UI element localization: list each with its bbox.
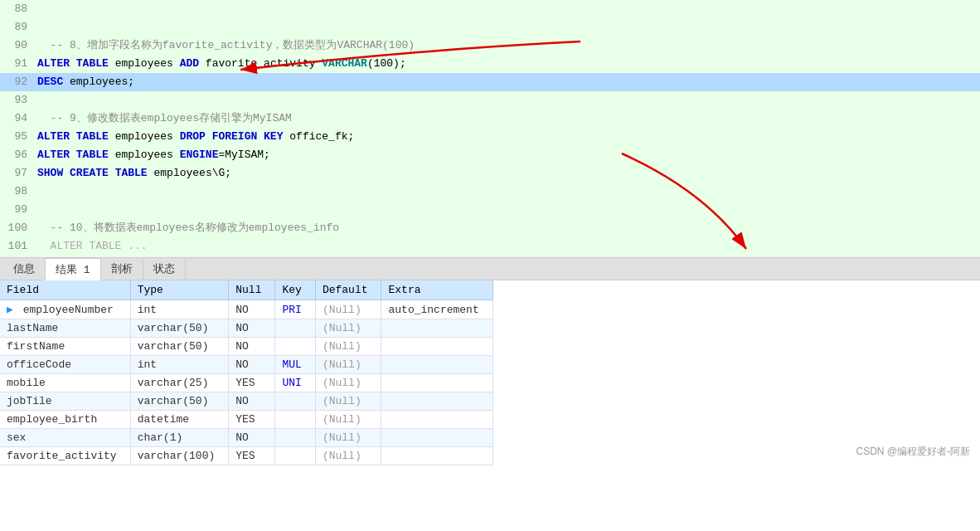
table-cell: officeCode [0,356,130,374]
table-row[interactable]: firstNamevarchar(50)NO(Null) [0,338,492,356]
table-cell: mobile [0,374,130,392]
code-line: 95ALTER TABLE employees DROP FOREIGN KEY… [0,128,980,146]
line-content: DESC employees; [37,74,980,90]
line-content: ALTER TABLE employees ENGINE=MyISAM; [37,147,980,163]
table-cell [381,411,492,429]
watermark: CSDN @编程爱好者-阿新 [856,445,970,459]
table-row[interactable]: ▶ employeeNumberintNOPRI(Null)auto_incre… [0,300,492,319]
table-cell [275,392,315,411]
code-line: 92DESC employees; [0,73,980,91]
code-token: DESC [37,76,63,88]
table-cell: varchar(25) [130,374,229,392]
code-token: =MyISAM; [218,149,269,161]
line-number: 89 [0,19,37,36]
code-line: 94 -- 9、修改数据表employees存储引擎为MyISAM [0,110,980,128]
code-token: ALTER TABLE [37,57,109,70]
line-number: 100 [0,220,37,236]
table-cell [275,447,315,465]
code-token [109,167,115,179]
code-line: 89 [0,18,980,37]
app-container: 888990 -- 8、增加字段名称为favorite_activity，数据类… [0,0,980,531]
line-number: 92 [0,74,37,90]
table-cell: lastName [0,319,130,338]
table-cell: (Null) [315,338,381,356]
table-cell: MUL [275,356,315,374]
table-cell: int [130,300,229,319]
table-cell: datetime [130,411,229,429]
table-cell: NO [229,319,275,338]
table-cell: employee_birth [0,411,130,429]
line-number: 90 [0,37,37,54]
code-token: ALTER TABLE [37,149,109,161]
table-cell [275,338,315,356]
table-row[interactable]: mobilevarchar(25)YESUNI(Null) [0,374,492,392]
table-row[interactable]: employee_birthdatetimeYES(Null) [0,411,492,429]
table-cell: favorite_activity [0,447,130,465]
table-cell: YES [229,411,275,429]
table-cell: ▶ employeeNumber [0,300,130,319]
code-line: 97SHOW CREATE TABLE employees\G; [0,164,980,183]
table-row[interactable]: lastNamevarchar(50)NO(Null) [0,319,492,338]
table-cell: sex [0,429,130,447]
line-number: 96 [0,147,37,163]
code-token: ADD [180,57,199,70]
table-row[interactable]: sexchar(1)NO(Null) [0,429,492,447]
code-token: (100); [367,57,406,70]
line-content: -- 10、将数据表employees名称修改为employees_info [37,220,980,236]
line-content: ALTER TABLE employees DROP FOREIGN KEY o… [37,129,980,145]
table-cell: varchar(100) [130,447,229,465]
table-cell: (Null) [315,392,381,411]
table-cell: NO [229,300,275,319]
table-cell: varchar(50) [130,338,229,356]
line-number: 94 [0,110,37,127]
code-token: SHOW [37,167,63,179]
line-number: 88 [0,1,37,17]
code-line: 98 [0,183,980,201]
table-cell: NO [229,429,275,447]
table-cell: PRI [275,300,315,319]
table-cell: varchar(50) [130,392,229,411]
table-cell: (Null) [315,429,381,447]
code-token: ALTER TABLE [37,130,109,143]
table-row[interactable]: jobTilevarchar(50)NO(Null) [0,392,492,411]
results-area: FieldTypeNullKeyDefaultExtra ▶ employeeN… [0,280,980,465]
line-number: 99 [0,202,37,218]
table-cell: NO [229,356,275,374]
code-line: 88 [0,0,980,18]
line-content: SHOW CREATE TABLE employees\G; [37,165,980,182]
table-cell: (Null) [315,319,381,338]
code-token: CREATE [70,167,109,179]
line-number: 101 [0,238,37,255]
tab-结果1[interactable]: 结果 1 [46,258,101,280]
code-editor: 888990 -- 8、增加字段名称为favorite_activity，数据类… [0,0,980,257]
line-content: -- 8、增加字段名称为favorite_activity，数据类型为VARCH… [37,37,980,54]
code-line: 99 [0,201,980,219]
table-header-extra: Extra [381,280,492,300]
table-cell: (Null) [315,374,381,392]
code-token: DROP FOREIGN KEY [180,130,284,143]
table-cell [275,429,315,447]
tab-信息[interactable]: 信息 [3,258,46,280]
table-header-type: Type [130,280,229,300]
code-line: 100 -- 10、将数据表employees名称修改为employees_in… [0,219,980,237]
code-line: 90 -- 8、增加字段名称为favorite_activity，数据类型为VA… [0,37,980,55]
table-cell: YES [229,374,275,392]
code-token: employees [109,149,180,161]
table-cell [381,338,492,356]
code-token: TABLE [115,167,148,179]
table-cell [381,447,492,465]
code-token: employees [109,57,180,70]
table-row[interactable]: favorite_activityvarchar(100)YES(Null) [0,447,492,465]
table-cell: auto_increment [381,300,492,319]
table-cell [275,319,315,338]
code-token: employees; [63,76,134,88]
table-cell: (Null) [315,356,381,374]
table-cell: (Null) [315,411,381,429]
code-token: employees\G; [148,167,231,179]
table-row[interactable]: officeCodeintNOMUL(Null) [0,356,492,374]
table-cell [381,374,492,392]
tab-bar: 信息结果 1剖析状态 [0,257,980,280]
table-header-null: Null [229,280,275,300]
tab-状态[interactable]: 状态 [143,258,186,280]
tab-剖析[interactable]: 剖析 [101,258,143,280]
